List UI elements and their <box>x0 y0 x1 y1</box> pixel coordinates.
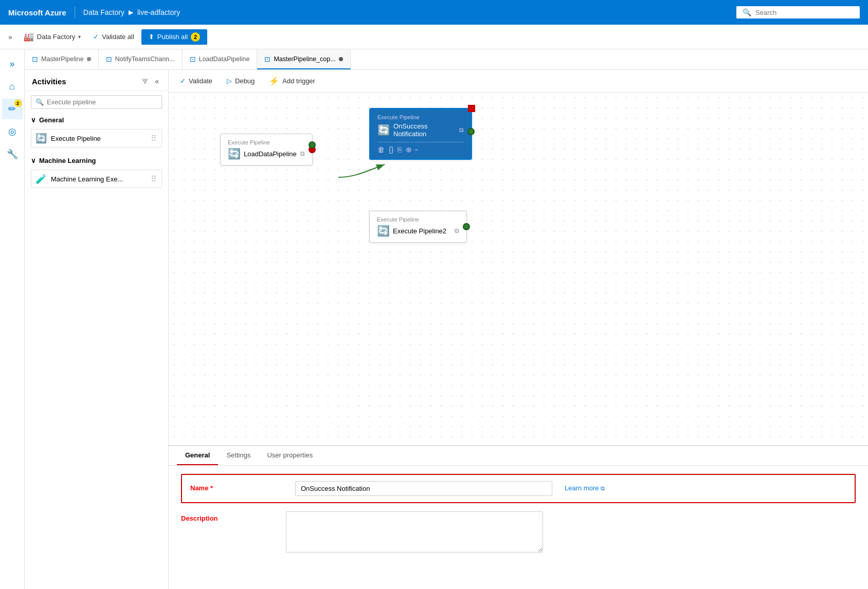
node2-connect-btn[interactable]: ⊕→ <box>406 145 419 154</box>
publish-all-btn[interactable]: ⬆ Publish all 2 <box>141 29 207 45</box>
ml-execute-activity[interactable]: 🧪 Machine Learning Exe... ⠿ <box>31 170 162 188</box>
node1-success-connector <box>309 141 316 149</box>
tab-label-3: LoadDataPipeline <box>199 56 250 63</box>
general-chevron-icon: ∨ <box>31 116 36 124</box>
breadcrumb: Data Factory ▶ live-adfactory <box>83 8 180 16</box>
node2-right-connector <box>467 128 475 135</box>
node1-success-dot <box>309 141 316 149</box>
resource-btn[interactable]: 🏭 Data Factory ▾ <box>19 29 86 45</box>
collapse-all-btn[interactable]: ⩔ <box>139 76 151 86</box>
node3-name-text: Execute Pipeline2 <box>393 227 446 235</box>
validate-label: Validate all <box>102 33 134 41</box>
description-input[interactable] <box>286 511 543 553</box>
sidebar-btn-collapse[interactable]: » <box>2 53 23 74</box>
main-layout: » ⌂ ✏ 2 ◎ 🔧 ⊡ MasterPipeline ⊡ NotifyTea… <box>0 49 868 589</box>
tab-pipeline-icon-2: ⊡ <box>106 55 112 63</box>
node3-icon: 🔄 <box>377 225 390 237</box>
publish-badge: 2 <box>191 32 200 42</box>
activities-controls: ⩔ « <box>139 76 161 86</box>
debug-btn-label: Debug <box>235 77 255 85</box>
ml-section-header[interactable]: ∨ Machine Learning <box>31 154 162 168</box>
learn-more-link[interactable]: Learn more ⧉ <box>565 481 605 492</box>
activities-search-box[interactable]: 🔍 <box>31 95 162 109</box>
activities-title: Activities <box>32 77 66 86</box>
node2-error-dot <box>468 105 475 112</box>
node-execute-pipeline2[interactable]: Execute Pipeline 🔄 Execute Pipeline2 ⧉ <box>369 211 467 243</box>
debug-btn[interactable]: ▷ Debug <box>224 75 258 87</box>
general-section-header[interactable]: ∨ General <box>31 113 162 127</box>
node2-delete-btn[interactable]: 🗑 <box>377 145 385 154</box>
user-properties-tab-label: User properties <box>267 451 313 459</box>
node1-name-text: LoadDataPipeline <box>244 150 297 158</box>
node1-open-icon[interactable]: ⧉ <box>300 150 305 157</box>
add-trigger-btn[interactable]: ⚡ Add trigger <box>266 74 318 88</box>
search-input[interactable] <box>755 9 854 16</box>
validate-btn[interactable]: ✓ Validate <box>177 75 215 87</box>
description-label-text: Description <box>181 514 218 522</box>
node-onsuccess-notification[interactable]: Execute Pipeline 🔄 OnSuccessNotification… <box>369 108 472 160</box>
name-input[interactable] <box>295 481 552 496</box>
node2-icon: 🔄 <box>377 124 390 136</box>
general-section-label: General <box>39 116 64 124</box>
tab-notifyteams[interactable]: ⊡ NotifyTeamsChann... <box>99 49 183 69</box>
ml-execute-icon: 🧪 <box>35 173 47 185</box>
description-field-row: Description <box>181 511 856 553</box>
ml-execute-label: Machine Learning Exe... <box>51 175 123 183</box>
top-bar: Microsoft Azure Data Factory ▶ live-adfa… <box>0 0 868 25</box>
learn-more-icon: ⧉ <box>601 485 605 491</box>
collapse-panel-btn[interactable]: « <box>153 76 161 86</box>
content-area: ⊡ MasterPipeline ⊡ NotifyTeamsChann... ⊡… <box>25 49 868 589</box>
sidebar-btn-home[interactable]: ⌂ <box>2 76 23 97</box>
execute-pipeline-label: Execute Pipeline <box>51 135 101 142</box>
tab-label-1: MasterPipeline <box>41 56 84 63</box>
breadcrumb-arrow: ▶ <box>129 9 133 16</box>
activities-header: Activities ⩔ « <box>25 70 168 91</box>
monitor-icon: ◎ <box>8 126 16 137</box>
icon-sidebar: » ⌂ ✏ 2 ◎ 🔧 <box>0 49 25 589</box>
node1-type-label: Execute Pipeline <box>228 139 305 145</box>
node2-copy-btn[interactable]: ⎘ <box>397 145 402 154</box>
tab-pipeline-icon-4: ⊡ <box>264 55 270 63</box>
ml-section-label: Machine Learning <box>39 157 96 164</box>
name-field-row: Name * Learn more ⧉ <box>190 481 846 496</box>
top-sep <box>75 6 75 19</box>
node1-icon: 🔄 <box>228 148 241 160</box>
collapse-btn[interactable]: » <box>4 31 16 43</box>
pipeline-canvas[interactable]: Execute Pipeline 🔄 LoadDataPipeline ⧉ <box>169 93 868 445</box>
publish-icon: ⬆ <box>149 33 154 41</box>
tab-general[interactable]: General <box>177 446 218 465</box>
ml-chevron-icon: ∨ <box>31 157 36 164</box>
sidebar-btn-monitor[interactable]: ◎ <box>2 121 23 142</box>
name-label-text: Name <box>190 484 208 492</box>
validate-all-btn[interactable]: ✓ Validate all <box>88 30 139 44</box>
canvas-area: ✓ Validate ▷ Debug ⚡ Add trigger <box>169 70 868 589</box>
home-icon: ⌂ <box>9 81 15 92</box>
node-load-data-pipeline[interactable]: Execute Pipeline 🔄 LoadDataPipeline ⧉ <box>220 134 313 165</box>
tab-pipeline-icon-1: ⊡ <box>32 55 38 63</box>
tab-user-properties[interactable]: User properties <box>259 446 321 465</box>
execute-pipeline-icon: 🔄 <box>35 133 47 144</box>
search-icon: 🔍 <box>743 8 751 16</box>
bottom-content: Name * Learn more ⧉ <box>169 466 868 589</box>
sidebar-btn-manage[interactable]: 🔧 <box>2 144 23 164</box>
name-required-star: * <box>210 484 213 492</box>
node3-open-icon[interactable]: ⧉ <box>455 227 459 234</box>
trigger-icon: ⚡ <box>269 76 279 86</box>
node3-right-connector <box>463 223 470 230</box>
tab-loaddatapipeline[interactable]: ⊡ LoadDataPipeline <box>183 49 258 69</box>
panel-layout: Activities ⩔ « 🔍 ∨ General <box>25 70 868 589</box>
execute-pipeline-activity[interactable]: 🔄 Execute Pipeline ⠿ <box>31 129 162 148</box>
node3-type-label: Execute Pipeline <box>377 216 459 223</box>
validate-icon: ✓ <box>93 33 99 41</box>
tab-masterpipeline-copy[interactable]: ⊡ MasterPipeline_cop... <box>257 49 350 69</box>
node2-open-icon[interactable]: ⧉ <box>459 126 464 134</box>
node2-code-btn[interactable]: {} <box>389 145 393 154</box>
tab-label-2: NotifyTeamsChann... <box>115 56 175 63</box>
sidebar-btn-author[interactable]: ✏ 2 <box>2 99 23 119</box>
tab-settings[interactable]: Settings <box>218 446 259 465</box>
tab-masterpipeline[interactable]: ⊡ MasterPipeline <box>25 49 99 69</box>
activities-search-input[interactable] <box>47 98 157 106</box>
search-bar[interactable]: 🔍 <box>736 6 860 19</box>
node3-name: 🔄 Execute Pipeline2 ⧉ <box>377 225 459 237</box>
tab-bar: ⊡ MasterPipeline ⊡ NotifyTeamsChann... ⊡… <box>25 49 868 70</box>
